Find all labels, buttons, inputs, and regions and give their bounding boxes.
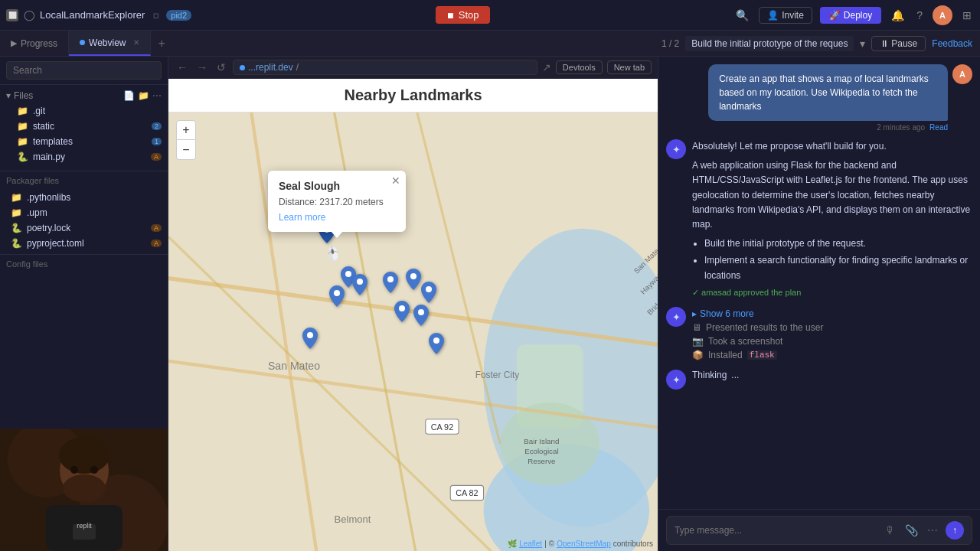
chat-input-icons: 🎙 📎 ⋯ ↑ <box>884 521 964 540</box>
svg-text:Foster City: Foster City <box>475 370 520 380</box>
file-poetry-lock[interactable]: 🐍 poetry.lock A <box>0 220 168 236</box>
webview-dot <box>80 40 85 45</box>
open-external-icon[interactable]: ↗ <box>542 61 551 73</box>
address-bar: ← → ↺ ...replit.dev / ↗ Devtools New tab <box>168 57 658 79</box>
map-pin-3[interactable] <box>352 274 368 298</box>
read-status: Read <box>929 123 948 132</box>
ai-bullet-list: Build the initial prototype of the reque… <box>692 236 972 283</box>
map-footer: 🌿 Leaflet | © OpenStreetMap contributors <box>508 540 653 548</box>
svg-text:San Mateo: San Mateo <box>268 360 320 372</box>
tab-webview[interactable]: Webview ✕ <box>69 31 150 56</box>
file-git[interactable]: 📁 .git <box>0 103 168 119</box>
file-templates[interactable]: 📁 templates 1 <box>0 134 168 149</box>
config-section: Config files <box>0 254 168 273</box>
editor-icon: ◻ <box>149 9 162 21</box>
invite-button[interactable]: 👤 Invite <box>759 7 812 24</box>
new-folder-icon[interactable]: 📁 <box>138 90 149 101</box>
back-button[interactable]: ← <box>175 60 190 75</box>
monitor-icon: 🖥 <box>692 322 701 333</box>
file-upm[interactable]: 📁 .upm <box>0 205 168 220</box>
activity-logo-icon: ✦ <box>672 311 681 323</box>
chevron-down-icon[interactable]: ▾ <box>860 37 865 50</box>
cursor-arrow: 🖱️ <box>323 244 342 263</box>
zoom-out-button[interactable]: − <box>176 140 196 160</box>
map-popup: ✕ Seal Slough Distance: 2317.20 meters L… <box>268 171 406 232</box>
map-pin-6[interactable] <box>421 282 436 305</box>
mic-button[interactable]: 🎙 <box>884 523 897 538</box>
attach-button[interactable]: 📎 <box>903 523 920 538</box>
new-file-icon[interactable]: 📄 <box>123 90 135 101</box>
more-options-button[interactable]: ⋯ <box>926 523 939 538</box>
ai-intro: Absolutely! Let me propose what'll build… <box>692 139 972 154</box>
svg-text:Belmont: Belmont <box>335 514 371 525</box>
refresh-button[interactable]: ↺ <box>214 60 228 75</box>
ai-response: ✦ Absolutely! Let me propose what'll bui… <box>666 139 972 299</box>
poetry-icon: 🐍 <box>11 223 22 233</box>
stop-button[interactable]: Stop <box>436 6 490 24</box>
ai-icon: ✦ <box>666 139 686 159</box>
topbar-left: ⬜ ◯ LocalLandmarkExplorer ◻ pid2 <box>6 9 191 21</box>
files-header[interactable]: ▾ Files 📄 📁 ⋯ <box>0 88 168 103</box>
forward-button[interactable]: → <box>194 60 210 75</box>
sidebar-toggle-icon[interactable]: ⬜ <box>6 9 18 21</box>
svg-point-9 <box>90 466 98 474</box>
webcam-preview: replit <box>0 429 168 551</box>
file-main-py[interactable]: 🐍 main.py A <box>0 149 168 165</box>
deploy-button[interactable]: 🚀 Deploy <box>820 7 881 24</box>
devtools-button[interactable]: Devtools <box>556 60 603 74</box>
tab-progress[interactable]: ▶ Progress <box>0 31 69 56</box>
build-input[interactable] <box>685 36 854 51</box>
bell-icon[interactable]: 🔔 <box>889 7 906 24</box>
show-more-button[interactable]: ▸ Show 6 more <box>692 307 972 321</box>
bullet-item-2: Implement a search functionality for fin… <box>704 253 972 282</box>
more-icon[interactable]: ⋯ <box>152 90 162 101</box>
popup-close-button[interactable]: ✕ <box>391 174 400 187</box>
folder-icon: 📁 <box>17 106 28 116</box>
zoom-in-button[interactable]: + <box>176 120 196 140</box>
new-tab-button[interactable]: New tab <box>607 60 652 74</box>
tab-close-icon[interactable]: ✕ <box>133 38 139 47</box>
packager-section: Packager files <box>0 171 168 190</box>
search-bar <box>0 57 168 85</box>
map-pin-8[interactable] <box>413 305 429 328</box>
thinking-logo-icon: ✦ <box>672 374 681 386</box>
file-pythonlibs[interactable]: 📁 .pythonlibs <box>0 190 168 205</box>
pid-badge[interactable]: pid2 <box>166 10 191 21</box>
help-icon[interactable]: ? <box>914 7 925 24</box>
search-button[interactable]: 🔍 <box>733 7 751 24</box>
tab-add-button[interactable]: + <box>151 37 173 51</box>
map-pin-9[interactable] <box>302 328 318 351</box>
app-name: LocalLandmarkExplorer <box>40 9 145 21</box>
camera-icon: 📷 <box>692 336 704 347</box>
map-pin-7[interactable] <box>394 301 410 324</box>
file-static[interactable]: 📁 static 2 <box>0 119 168 134</box>
activity-item-2: 📷 Took a screenshot <box>692 334 972 348</box>
ai-content: Absolutely! Let me propose what'll build… <box>692 139 972 299</box>
layout-icon[interactable]: ⊞ <box>960 7 974 24</box>
leaflet-link[interactable]: Leaflet <box>519 540 542 548</box>
search-input[interactable] <box>6 61 162 80</box>
avatar[interactable]: A <box>933 5 952 25</box>
folder-icon: 📁 <box>11 192 22 203</box>
approved-line: ✓ amasad approved the plan <box>692 286 972 300</box>
shirt-logo: replit <box>77 522 92 530</box>
address-field[interactable]: ...replit.dev / <box>233 60 537 75</box>
osm-link[interactable]: OpenStreetMap <box>557 540 611 548</box>
map-pin-5[interactable] <box>406 269 421 292</box>
map-container[interactable]: Nearby Landmarks CA 92 <box>168 79 658 551</box>
popup-learn-more-link[interactable]: Learn more <box>279 212 325 223</box>
map-zoom-controls: + − <box>176 120 196 160</box>
copyright-icon: © <box>549 540 554 548</box>
file-pyproject[interactable]: 🐍 pyproject.toml A <box>0 236 168 251</box>
topbar-right: 🔍 👤 Invite 🚀 Deploy 🔔 ? A ⊞ <box>733 5 974 25</box>
top-bar: ⬜ ◯ LocalLandmarkExplorer ◻ pid2 Stop 🔍 … <box>0 0 980 31</box>
feedback-button[interactable]: Feedback <box>932 38 972 49</box>
tabs-left: ▶ Progress Webview ✕ + <box>0 31 173 56</box>
map-pin-10[interactable] <box>429 333 444 357</box>
popup-title: Seal Slough <box>279 180 395 192</box>
chat-input[interactable] <box>675 525 879 536</box>
map-pin-4[interactable] <box>383 272 398 295</box>
pause-button[interactable]: ⏸ Pause <box>871 36 926 51</box>
send-button[interactable]: ↑ <box>946 521 964 540</box>
svg-point-35 <box>345 271 351 277</box>
